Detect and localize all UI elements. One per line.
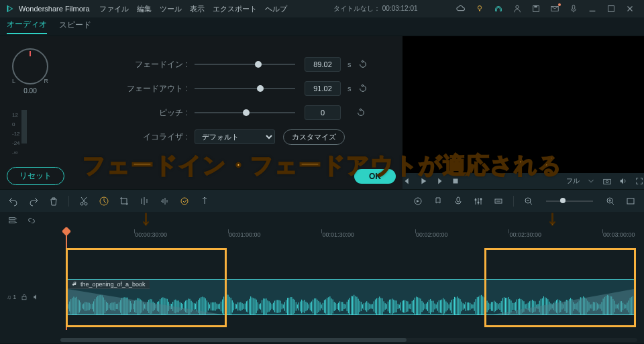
zoom-fit-icon[interactable] (625, 196, 636, 207)
eq-customize-button[interactable]: カスタマイズ (283, 129, 345, 145)
svg-rect-293 (445, 301, 446, 311)
svg-rect-185 (292, 299, 293, 314)
marker-icon[interactable] (199, 196, 210, 207)
audio-sync-icon[interactable] (159, 196, 170, 207)
pitch-reset-icon[interactable] (356, 108, 366, 117)
svg-rect-183 (290, 297, 290, 315)
fadeout-value[interactable]: 91.02 (305, 81, 341, 96)
pitch-slider[interactable] (195, 112, 295, 113)
svg-rect-193 (304, 300, 305, 313)
svg-rect-208 (325, 299, 326, 313)
tab-audio[interactable]: オーディオ (7, 19, 47, 34)
ok-button[interactable]: OK (354, 169, 396, 184)
svg-rect-186 (294, 300, 295, 313)
svg-rect-127 (211, 302, 211, 310)
svg-rect-349 (525, 304, 526, 309)
svg-rect-289 (440, 300, 441, 313)
cloud-icon[interactable] (456, 4, 466, 13)
zoom-out-icon[interactable] (523, 196, 534, 207)
chevron-down-icon[interactable] (586, 176, 596, 186)
fullscreen-icon[interactable] (635, 176, 644, 186)
svg-rect-282 (430, 299, 431, 314)
render-icon[interactable] (413, 196, 423, 207)
fit-icon[interactable] (493, 196, 504, 207)
voiceover-icon[interactable] (453, 196, 464, 207)
user-icon[interactable] (513, 4, 522, 13)
pan-knob[interactable] (12, 48, 48, 84)
mixer-icon[interactable] (473, 196, 484, 207)
svg-rect-299 (454, 297, 455, 315)
undo-icon[interactable] (8, 196, 19, 207)
svg-rect-316 (478, 297, 479, 315)
menu-export[interactable]: エクスポート (213, 4, 257, 14)
volume-icon[interactable] (619, 176, 628, 186)
tab-speed[interactable]: スピード (59, 19, 91, 34)
svg-rect-188 (297, 304, 298, 308)
svg-rect-215 (335, 303, 336, 310)
svg-rect-160 (258, 302, 258, 311)
speed-icon[interactable] (99, 196, 109, 207)
markers-panel-icon[interactable] (433, 196, 443, 207)
window-maximize-icon[interactable] (606, 4, 616, 13)
menu-edit[interactable]: 編集 (137, 4, 152, 14)
svg-rect-295 (449, 304, 449, 308)
menu-help[interactable]: ヘルプ (265, 4, 287, 14)
save-icon[interactable] (531, 4, 541, 13)
svg-rect-257 (394, 300, 395, 312)
tips-icon[interactable] (475, 4, 484, 13)
pitch-label: ピッチ : (121, 107, 188, 119)
play-icon[interactable] (419, 176, 428, 186)
svg-rect-241 (372, 304, 373, 309)
audio-enhance-icon[interactable] (179, 196, 190, 207)
audio-clip[interactable]: the_opening_of_a_book (67, 279, 635, 315)
mic-icon[interactable] (569, 4, 578, 13)
svg-rect-255 (392, 298, 392, 314)
menu-tools[interactable]: ツール (160, 4, 182, 14)
svg-rect-169 (270, 302, 271, 310)
link-icon[interactable] (27, 216, 36, 225)
svg-rect-296 (450, 302, 451, 310)
svg-rect-319 (482, 296, 483, 315)
zoom-slider[interactable] (546, 200, 593, 202)
fadeout-reset-icon[interactable] (358, 84, 368, 93)
fadein-value[interactable]: 89.02 (305, 57, 341, 72)
fadeout-slider[interactable] (195, 88, 295, 89)
stop-icon[interactable] (451, 176, 460, 186)
svg-rect-281 (429, 300, 429, 313)
fadein-slider[interactable] (195, 64, 295, 65)
track-body[interactable]: the_opening_of_a_book (59, 279, 644, 315)
timeline-scrollbar[interactable] (60, 338, 637, 342)
reset-button[interactable]: リセット (7, 167, 64, 185)
mail-icon[interactable] (550, 4, 559, 13)
zoom-in-icon[interactable] (605, 196, 616, 207)
pitch-value[interactable]: 0 (305, 105, 341, 120)
cut-icon[interactable] (78, 196, 89, 207)
delete-icon[interactable] (48, 196, 59, 207)
window-close-icon[interactable] (625, 4, 635, 13)
ruler-tick: 00:02:00:00 (416, 231, 448, 238)
next-frame-icon[interactable] (435, 176, 444, 186)
svg-rect-153 (248, 300, 248, 312)
preview-full-label[interactable]: フル (566, 176, 580, 186)
adjust-icon[interactable] (139, 196, 150, 207)
svg-rect-233 (361, 302, 362, 311)
window-minimize-icon[interactable] (588, 4, 597, 13)
fadein-reset-icon[interactable] (358, 60, 368, 69)
lock-icon[interactable] (20, 293, 28, 301)
track-name: ♫ 1 (7, 294, 16, 300)
snapshot-icon[interactable] (602, 176, 612, 186)
prev-frame-icon[interactable] (402, 176, 412, 186)
preview-controls: フル (402, 173, 644, 189)
mute-icon[interactable] (32, 293, 40, 301)
headphones-icon[interactable] (494, 4, 503, 13)
playhead[interactable] (66, 229, 67, 330)
menu-file[interactable]: ファイル (99, 4, 129, 14)
fadein-unit: s (347, 60, 352, 68)
track-manager-icon[interactable] (8, 216, 17, 225)
crop-icon[interactable] (119, 196, 129, 207)
svg-rect-204 (320, 302, 321, 310)
eq-select[interactable]: デフォルト (195, 129, 275, 144)
redo-icon[interactable] (28, 196, 39, 207)
menu-view[interactable]: 表示 (190, 4, 205, 14)
timeline-ruler[interactable]: 00:00:30:0000:01:00:0000:01:30:0000:02:0… (59, 229, 644, 241)
